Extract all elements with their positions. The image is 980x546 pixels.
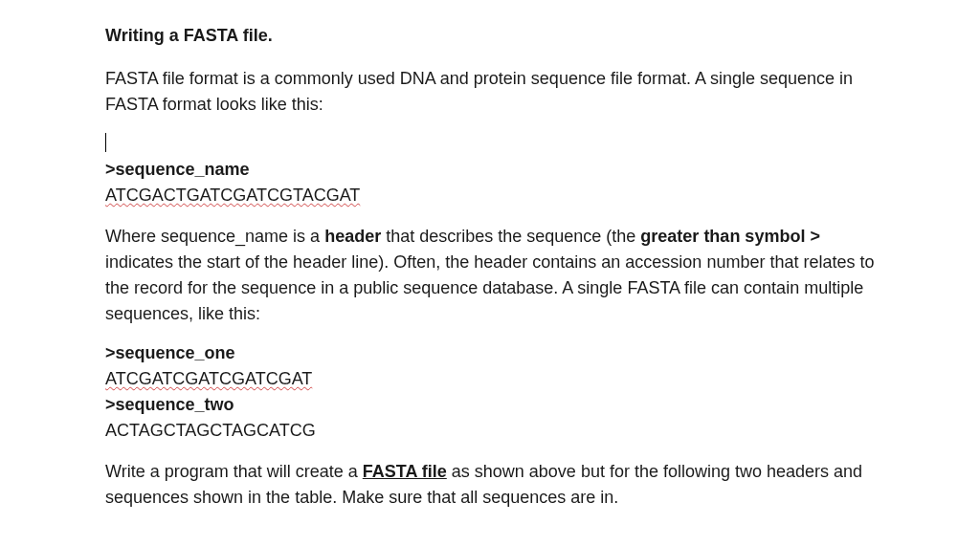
example1-header: >sequence_name bbox=[105, 157, 875, 183]
sequence-text: ATCGACTGATCGATCGTACGAT bbox=[105, 186, 360, 205]
document-title: Writing a FASTA file. bbox=[105, 23, 875, 49]
explanation-paragraph: Where sequence_name is a header that des… bbox=[105, 224, 875, 327]
task-text-pre: Write a program that will create a bbox=[105, 462, 363, 481]
explain-text-mid2: indicates the start of the header line).… bbox=[105, 252, 874, 323]
greater-than-phrase: greater than symbol > bbox=[640, 227, 820, 246]
example2-sequence2: ACTAGCTAGCTAGCATCG bbox=[105, 418, 875, 444]
sequence-text: ATCGATCGATCGATCGAT bbox=[105, 369, 312, 388]
explain-text-mid1: that describes the sequence (the bbox=[381, 227, 640, 246]
header-word: header bbox=[324, 227, 381, 246]
fasta-example-single: >sequence_name ATCGACTGATCGATCGTACGAT bbox=[105, 157, 875, 208]
fasta-example-multi: >sequence_one ATCGATCGATCGATCGAT >sequen… bbox=[105, 340, 875, 444]
example2-header1: >sequence_one bbox=[105, 340, 875, 366]
task-paragraph: Write a program that will create a FASTA… bbox=[105, 459, 875, 511]
text-cursor bbox=[105, 131, 875, 157]
fasta-file-phrase: FASTA file bbox=[363, 462, 447, 481]
explain-text-pre: Where sequence_name is a bbox=[105, 227, 324, 246]
example1-sequence: ATCGACTGATCGATCGTACGAT bbox=[105, 183, 875, 208]
example2-header2: >sequence_two bbox=[105, 392, 875, 418]
example2-sequence1: ATCGATCGATCGATCGAT bbox=[105, 366, 875, 392]
intro-paragraph: FASTA file format is a commonly used DNA… bbox=[105, 66, 875, 118]
